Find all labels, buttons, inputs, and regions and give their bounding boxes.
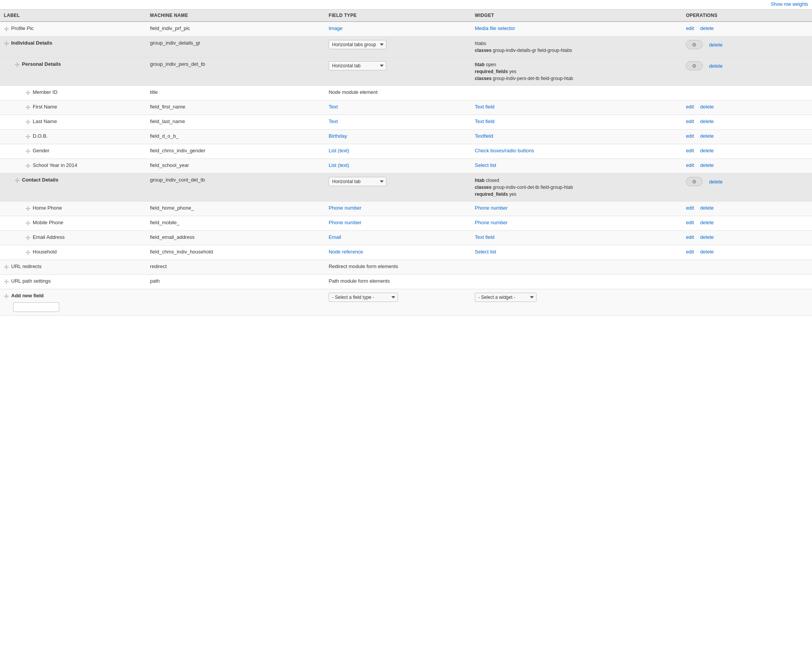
drag-handle[interactable]: ✛ [25,249,31,256]
edit-link[interactable]: edit [686,205,694,211]
label-cell: ✛ Last Name [0,115,146,130]
machine-name-cell: field_home_phone_ [146,201,325,216]
add-drag-handle[interactable]: ✛ [4,293,9,300]
edit-link[interactable]: edit [686,25,694,31]
field-type-link[interactable]: Phone number [329,205,361,211]
table-row: ✛ School Year in 2014 field_school_yearL… [0,159,812,173]
widget-link[interactable]: Select list [475,249,497,255]
drag-handle[interactable]: ✛ [25,133,31,140]
widget-link[interactable]: Textfield [475,133,493,139]
field-type-select[interactable]: Horizontal tab [329,177,387,186]
add-new-field-type-cell: - Select a field type - [325,289,471,316]
settings-button[interactable]: ⚙ [686,40,703,49]
field-type-select[interactable]: Horizontal tabs group [329,40,387,49]
field-type-link[interactable]: Image [329,25,342,31]
drag-handle[interactable]: ✛ [25,104,31,111]
delete-link[interactable]: delete [700,205,714,211]
widget-link[interactable]: Text field [475,104,495,110]
ops-container: editdelete [686,104,808,110]
show-row-weights-anchor[interactable]: Show row weights [771,2,808,7]
label-cell: ✛ Mobile Phone [0,216,146,231]
field-type-cell: Text [325,100,471,115]
field-type-cell: List (text) [325,159,471,173]
field-type-link[interactable]: Text [329,118,338,124]
delete-link[interactable]: delete [709,179,722,184]
delete-link[interactable]: delete [700,104,714,110]
delete-link[interactable]: delete [700,118,714,124]
widget-link[interactable]: Phone number [475,205,508,211]
add-new-field-machine-cell [146,289,325,316]
widget-cell: Phone number [471,216,682,231]
edit-link[interactable]: edit [686,133,694,139]
drag-handle[interactable]: ✛ [25,220,31,227]
ops-container: editdelete [686,148,808,154]
drag-handle[interactable]: ✛ [4,40,9,47]
drag-handle[interactable]: ✛ [25,118,31,126]
field-type-link[interactable]: List (text) [329,162,349,168]
drag-handle[interactable]: ✛ [4,25,9,33]
drag-handle[interactable]: ✛ [25,89,31,96]
col-fieldtype-header: FIELD TYPE [325,10,471,22]
widget-cell: Media file selector [471,22,682,37]
machine-name-cell: redirect [146,260,325,275]
field-type-link[interactable]: Node reference [329,249,363,255]
field-type-link[interactable]: Phone number [329,220,361,225]
widget-cell: htab openrequired_fields yesclasses grou… [471,58,682,86]
drag-handle[interactable]: ✛ [4,278,9,285]
delete-link[interactable]: delete [700,234,714,240]
delete-link[interactable]: delete [700,220,714,225]
drag-handle[interactable]: ✛ [25,234,31,242]
field-type-link[interactable]: List (text) [329,148,349,154]
field-type-link[interactable]: Email [329,234,341,240]
widget-cell: Check boxes/radio buttons [471,144,682,159]
label-cell: ✛ Home Phone [0,201,146,216]
edit-link[interactable]: edit [686,220,694,225]
label-cell: ✛ URL redirects [0,260,146,275]
add-field-type-select[interactable]: - Select a field type - [329,293,398,302]
field-type-cell: Horizontal tabs group [325,37,471,58]
machine-name: field_chms_indiv_gender [150,148,205,154]
drag-handle[interactable]: ✛ [25,205,31,212]
machine-name-cell: field_mobile_ [146,216,325,231]
edit-link[interactable]: edit [686,104,694,110]
widget-link[interactable]: Phone number [475,220,508,225]
delete-link[interactable]: delete [700,133,714,139]
delete-link[interactable]: delete [700,249,714,255]
table-body: ✛ Profile Pic field_indiv_prf_picImageMe… [0,22,812,316]
field-type-link[interactable]: Text [329,104,338,110]
edit-link[interactable]: edit [686,162,694,168]
delete-link[interactable]: delete [709,42,722,48]
field-type-select[interactable]: Horizontal tab [329,61,387,70]
field-label: Contact Details [22,177,58,183]
edit-link[interactable]: edit [686,148,694,154]
drag-handle[interactable]: ✛ [4,264,9,271]
settings-button[interactable]: ⚙ [686,177,703,186]
settings-button[interactable]: ⚙ [686,61,703,70]
table-row: ✛ D.O.B. field_d_o_b_BirthdayTextfielded… [0,130,812,144]
widget-link[interactable]: Media file selector [475,25,515,31]
widget-link[interactable]: Text field [475,234,495,240]
widget-link[interactable]: Text field [475,118,495,124]
machine-name-cell: group_indiv_details_gr [146,37,325,58]
widget-link[interactable]: Check boxes/radio buttons [475,148,534,154]
label-cell: ✛ URL path settings [0,275,146,289]
widget-cell: Text field [471,100,682,115]
delete-link[interactable]: delete [700,162,714,168]
label-cell: ✛ Member ID [0,86,146,100]
delete-link[interactable]: delete [709,63,722,69]
drag-handle[interactable]: ✛ [15,177,20,184]
label-cell: ✛ Individual Details [0,37,146,58]
edit-link[interactable]: edit [686,249,694,255]
edit-link[interactable]: edit [686,234,694,240]
delete-link[interactable]: delete [700,148,714,154]
ops-container: ⚙delete [686,177,808,186]
drag-handle[interactable]: ✛ [25,162,31,169]
drag-handle[interactable]: ✛ [25,148,31,155]
field-type-link[interactable]: Birthday [329,133,347,139]
add-widget-select[interactable]: - Select a widget - [475,293,536,302]
edit-link[interactable]: edit [686,118,694,124]
new-field-label-input[interactable] [13,302,59,312]
delete-link[interactable]: delete [700,25,714,31]
drag-handle[interactable]: ✛ [15,61,20,68]
widget-link[interactable]: Select list [475,162,497,168]
